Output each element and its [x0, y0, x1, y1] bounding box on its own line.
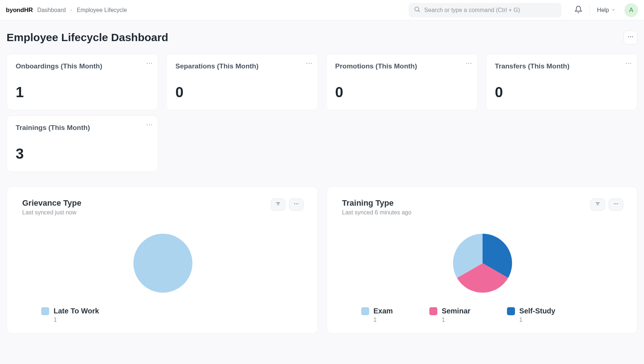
more-icon: ··· — [306, 59, 312, 67]
more-icon: ··· — [146, 59, 153, 67]
search-input[interactable]: Search or type a command (Ctrl + G) — [409, 3, 562, 17]
legend-swatch — [41, 307, 49, 315]
pie-chart-grievance — [22, 230, 304, 296]
card-more-button[interactable]: ··· — [466, 59, 472, 67]
avatar-initial: A — [629, 7, 633, 14]
more-icon — [293, 201, 299, 208]
svg-point-7 — [294, 203, 295, 204]
card-title: Trainings (This Month) — [16, 124, 149, 132]
breadcrumb: Dashboard Employee Lifecycle — [37, 7, 127, 13]
search-icon — [414, 6, 421, 14]
stat-card-onboardings[interactable]: ··· Onboardings (This Month) 1 — [7, 54, 158, 110]
bell-icon — [574, 5, 582, 15]
help-menu[interactable]: Help — [594, 5, 618, 16]
chart-panels: Grievance Type Last synced just now — [0, 172, 644, 334]
card-value: 0 — [495, 84, 628, 100]
top-bar: byondHR Dashboard Employee Lifecycle Sea… — [0, 0, 644, 20]
stat-card-trainings[interactable]: ··· Trainings (This Month) 3 — [7, 115, 158, 172]
legend-label: Self-Study — [519, 307, 555, 315]
legend-value: 1 — [374, 317, 393, 323]
legend-swatch — [507, 307, 515, 315]
legend-label: Exam — [374, 307, 393, 315]
more-icon: ··· — [466, 59, 472, 67]
svg-point-8 — [296, 203, 296, 204]
panel-header: Grievance Type Last synced just now — [22, 198, 304, 216]
panel-sync-status: Last synced 6 minutes ago — [342, 209, 591, 216]
help-label: Help — [597, 7, 609, 13]
legend-item: Exam 1 — [361, 307, 393, 323]
stat-card-transfers[interactable]: ··· Transfers (This Month) 0 — [486, 54, 637, 110]
stat-card-promotions[interactable]: ··· Promotions (This Month) 0 — [326, 54, 478, 110]
card-more-button[interactable]: ··· — [146, 59, 153, 67]
card-more-button[interactable]: ··· — [306, 59, 312, 67]
stat-cards-row-2: ··· Trainings (This Month) 3 — [0, 110, 644, 172]
search-placeholder-text: Search or type a command (Ctrl + G) — [424, 7, 520, 13]
breadcrumb-current[interactable]: Employee Lifecycle — [77, 7, 127, 13]
notifications-button[interactable] — [572, 4, 585, 17]
stat-cards-row-1: ··· Onboardings (This Month) 1 ··· Separ… — [0, 47, 644, 110]
legend-value: 1 — [54, 317, 99, 323]
page-title-row: Employee Lifecycle Dashboard — [0, 20, 644, 47]
card-value: 1 — [16, 84, 149, 100]
svg-point-1 — [628, 36, 629, 37]
panel-header: Training Type Last synced 6 minutes ago — [342, 198, 624, 216]
legend-label: Late To Work — [54, 307, 99, 315]
legend-value: 1 — [442, 317, 471, 323]
more-icon — [627, 33, 634, 41]
panel-training-type: Training Type Last synced 6 minutes ago — [327, 186, 638, 334]
legend-item: Seminar 1 — [429, 307, 471, 323]
card-value: 0 — [175, 84, 309, 100]
svg-point-14 — [614, 203, 614, 204]
svg-point-0 — [415, 7, 419, 11]
card-title: Promotions (This Month) — [335, 62, 469, 70]
legend-item: Late To Work 1 — [41, 307, 99, 323]
user-avatar[interactable]: A — [624, 3, 638, 17]
chevron-down-icon — [611, 7, 616, 13]
legend: Late To Work 1 — [22, 307, 304, 323]
svg-point-9 — [297, 203, 298, 204]
stat-card-separations[interactable]: ··· Separations (This Month) 0 — [166, 54, 318, 110]
panel-grievance-type: Grievance Type Last synced just now — [7, 186, 318, 334]
filter-icon — [275, 201, 281, 208]
card-title: Separations (This Month) — [175, 62, 309, 70]
legend-label: Seminar — [442, 307, 471, 315]
brand-name: byondHR — [6, 7, 33, 13]
panel-more-button[interactable] — [609, 198, 623, 211]
page-more-button[interactable] — [624, 31, 637, 44]
legend: Exam 1 Seminar 1 Self-Study 1 — [342, 307, 624, 323]
card-more-button[interactable]: ··· — [625, 59, 632, 67]
legend-value: 1 — [519, 317, 555, 323]
pie-chart-training — [342, 230, 624, 296]
panel-title: Training Type — [342, 198, 591, 208]
card-more-button[interactable]: ··· — [146, 121, 153, 128]
card-value: 0 — [335, 84, 469, 100]
chevron-right-icon — [69, 7, 73, 13]
panel-title: Grievance Type — [22, 198, 271, 208]
divider — [589, 5, 590, 15]
filter-icon — [595, 201, 601, 208]
filter-button[interactable] — [590, 198, 605, 211]
page-title: Employee Lifecycle Dashboard — [7, 31, 168, 44]
legend-item: Self-Study 1 — [507, 307, 555, 323]
panel-more-button[interactable] — [289, 198, 304, 211]
card-title: Onboardings (This Month) — [16, 62, 149, 70]
brand-logo: byondHR — [6, 7, 33, 14]
svg-point-2 — [630, 36, 631, 37]
more-icon: ··· — [625, 59, 632, 67]
svg-point-3 — [632, 36, 633, 37]
legend-swatch — [361, 307, 369, 315]
breadcrumb-dashboard[interactable]: Dashboard — [37, 7, 66, 13]
svg-point-16 — [617, 203, 618, 204]
svg-point-15 — [616, 203, 616, 204]
filter-button[interactable] — [271, 198, 285, 211]
legend-swatch — [429, 307, 437, 315]
card-title: Transfers (This Month) — [495, 62, 628, 70]
svg-point-10 — [133, 234, 192, 293]
more-icon — [613, 201, 619, 208]
panel-sync-status: Last synced just now — [22, 209, 271, 216]
more-icon: ··· — [146, 121, 153, 128]
card-value: 3 — [16, 146, 149, 162]
